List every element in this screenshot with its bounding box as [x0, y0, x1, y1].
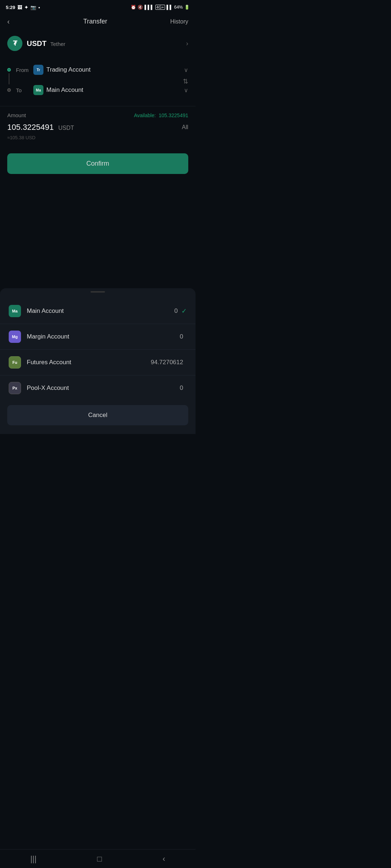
confirm-button[interactable]: Confirm	[7, 153, 188, 174]
asset-fullname: Tether	[50, 41, 66, 47]
main-account-balance: 0	[175, 307, 178, 315]
poolx-account-name: Pool-X Account	[27, 384, 180, 392]
photo-icon: 🖼	[17, 5, 22, 10]
status-time: 5:29 🖼 ✦ 📷 •	[6, 5, 40, 10]
account-option-margin[interactable]: Mg Margin Account 0	[0, 324, 196, 350]
asset-icon: ₮	[7, 36, 22, 51]
from-account-name: Trading Account	[46, 66, 184, 73]
all-button[interactable]: All	[182, 124, 188, 131]
account-option-poolx[interactable]: Px Pool-X Account 0	[0, 375, 196, 401]
asset-row[interactable]: ₮ USDT Tether ›	[0, 30, 196, 57]
amount-header: Amount Available: 105.3225491	[7, 112, 188, 118]
signal-icon: ▌▌▌	[144, 5, 154, 10]
to-dropdown-icon: ∨	[184, 87, 188, 94]
usd-approx: ≈105.38 USD	[7, 135, 188, 140]
amount-label: Amount	[7, 112, 26, 118]
to-row[interactable]: To Ma Main Account ∨	[7, 80, 188, 100]
main-account-badge: Ma	[9, 305, 21, 317]
sheet-handle	[91, 291, 105, 293]
margin-account-badge: Mg	[9, 331, 21, 343]
battery-icon: 🔋	[184, 5, 190, 10]
poolx-account-badge: Px	[9, 382, 21, 394]
status-bar: 5:29 🖼 ✦ 📷 • ⏰ 🔇 ▌▌▌ 4G+ ▌▌ 64% 🔋	[0, 0, 196, 13]
amount-input-row: 105.3225491 USDT All	[7, 123, 188, 132]
history-button[interactable]: History	[170, 18, 188, 25]
main-account-check-icon: ✓	[181, 307, 187, 315]
signal2-icon: ▌▌	[167, 5, 173, 10]
from-dropdown-icon: ∨	[184, 67, 188, 73]
mute-icon: 🔇	[138, 5, 143, 10]
poolx-account-balance: 0	[180, 384, 183, 392]
empty-space	[0, 174, 196, 232]
status-right: ⏰ 🔇 ▌▌▌ 4G+ ▌▌ 64% 🔋	[131, 5, 190, 10]
bottom-sheet: Ma Main Account 0 ✓ Mg Margin Account 0 …	[0, 288, 196, 434]
futures-account-badge: Fu	[9, 356, 21, 369]
to-account-badge: Ma	[33, 85, 43, 95]
margin-account-balance: 0	[180, 333, 183, 340]
futures-account-balance: 94.7270612	[151, 359, 183, 366]
cancel-button[interactable]: Cancel	[7, 405, 188, 425]
amount-currency: USDT	[58, 125, 74, 131]
camera-icon: 📷	[30, 5, 36, 10]
battery-text: 64%	[174, 5, 183, 10]
amount-display: 105.3225491 USDT	[7, 123, 74, 132]
to-account-name: Main Account	[46, 86, 184, 94]
from-label: From	[16, 67, 30, 73]
margin-account-name: Margin Account	[27, 333, 180, 340]
asset-chevron-icon: ›	[186, 40, 188, 47]
page-title: Transfer	[83, 18, 107, 25]
alarm-icon: ⏰	[131, 5, 136, 10]
account-option-main[interactable]: Ma Main Account 0 ✓	[0, 298, 196, 324]
account-option-futures[interactable]: Fu Futures Account 94.7270612	[0, 350, 196, 375]
asset-symbol: USDT	[27, 39, 46, 47]
available-text: Available: 105.3225491	[134, 112, 188, 118]
amount-section: Amount Available: 105.3225491 105.322549…	[0, 106, 196, 146]
asset-info: USDT Tether	[27, 39, 66, 48]
back-button[interactable]: ‹	[7, 17, 20, 26]
from-account-badge: Tr	[33, 65, 43, 75]
futures-account-name: Futures Account	[27, 359, 151, 366]
from-row[interactable]: From Tr Trading Account ∨	[7, 60, 188, 80]
network-badge: 4G+	[155, 5, 165, 10]
main-account-name: Main Account	[27, 307, 175, 315]
transfer-section: From Tr Trading Account ∨ ⇅ To Ma Main A…	[0, 57, 196, 106]
header: ‹ Transfer History	[0, 13, 196, 30]
amount-value: 105.3225491	[7, 123, 54, 132]
task-icon: ✦	[24, 5, 28, 10]
to-label: To	[16, 87, 30, 93]
from-dot	[7, 68, 11, 72]
to-dot	[7, 88, 11, 92]
